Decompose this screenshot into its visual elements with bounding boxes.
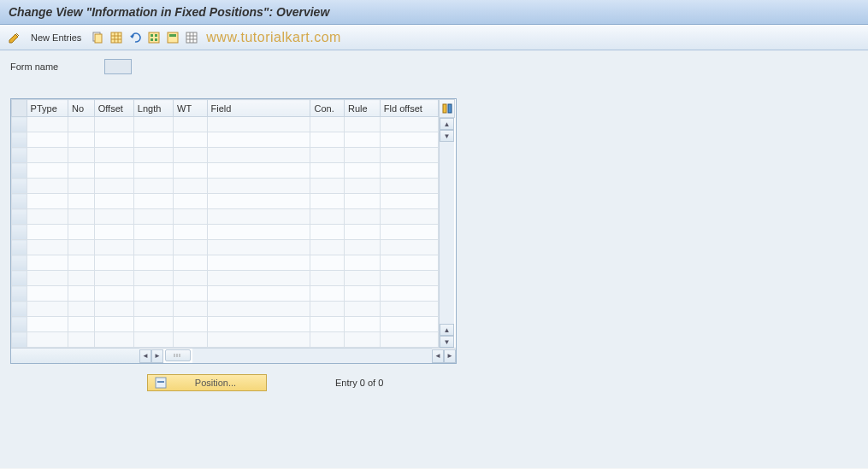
cell-fldoffset[interactable] [380,302,438,317]
row-selector[interactable] [12,332,27,348]
cell-wt[interactable] [174,117,208,132]
cell-offset[interactable] [94,255,133,271]
cell-con[interactable] [310,209,345,225]
cell-field[interactable] [207,209,310,225]
scroll-right-inner-button[interactable]: ► [151,349,163,363]
cell-rule[interactable] [345,332,381,348]
cell-con[interactable] [310,148,345,163]
cell-lngth[interactable] [133,332,173,348]
cell-rule[interactable] [345,271,381,286]
cell-lngth[interactable] [133,179,173,194]
row-selector[interactable] [12,302,27,317]
cell-no[interactable] [68,163,94,179]
cell-offset[interactable] [94,286,133,302]
col-header-wt[interactable]: WT [174,100,208,117]
row-selector[interactable] [12,317,27,332]
cell-lngth[interactable] [133,163,173,179]
cell-wt[interactable] [174,255,208,271]
cell-con[interactable] [310,286,345,302]
cell-field[interactable] [207,179,310,194]
cell-no[interactable] [68,148,94,163]
cell-offset[interactable] [94,179,133,194]
undo-change-icon[interactable] [127,30,143,45]
cell-lngth[interactable] [133,194,173,209]
select-all-icon[interactable] [146,30,162,45]
row-selector[interactable] [12,163,27,179]
col-header-field[interactable]: Field [207,100,310,117]
cell-field[interactable] [207,117,310,132]
cell-fldoffset[interactable] [380,332,438,348]
row-selector[interactable] [12,117,27,132]
cell-lngth[interactable] [133,240,173,255]
cell-no[interactable] [68,302,94,317]
cell-wt[interactable] [174,317,208,332]
cell-field[interactable] [207,255,310,271]
col-header-lngth[interactable]: Lngth [133,100,173,117]
cell-rule[interactable] [345,302,381,317]
cell-con[interactable] [310,117,345,132]
cell-fldoffset[interactable] [380,194,438,209]
cell-field[interactable] [207,225,310,240]
cell-lngth[interactable] [133,255,173,271]
cell-ptype[interactable] [27,302,68,317]
row-selector[interactable] [12,286,27,302]
cell-offset[interactable] [94,317,133,332]
hscroll-track[interactable] [192,349,432,363]
cell-no[interactable] [68,332,94,348]
cell-field[interactable] [207,317,310,332]
cell-con[interactable] [310,302,345,317]
new-entries-button[interactable]: New Entries [26,31,86,44]
cell-lngth[interactable] [133,317,173,332]
cell-no[interactable] [68,179,94,194]
cell-field[interactable] [207,132,310,148]
cell-offset[interactable] [94,148,133,163]
scroll-left-end-button[interactable]: ◄ [432,349,444,363]
cell-no[interactable] [68,240,94,255]
cell-field[interactable] [207,194,310,209]
cell-fldoffset[interactable] [380,148,438,163]
cell-rule[interactable] [345,163,381,179]
row-selector[interactable] [12,255,27,271]
cell-no[interactable] [68,255,94,271]
col-header-offset[interactable]: Offset [94,100,133,117]
cell-rule[interactable] [345,225,381,240]
col-header-con[interactable]: Con. [310,100,345,117]
cell-lngth[interactable] [133,209,173,225]
scroll-down-button-2[interactable]: ▲ [440,324,454,336]
cell-fldoffset[interactable] [380,286,438,302]
cell-wt[interactable] [174,302,208,317]
cell-ptype[interactable] [27,271,68,286]
cell-fldoffset[interactable] [380,240,438,255]
cell-lngth[interactable] [133,148,173,163]
cell-wt[interactable] [174,148,208,163]
row-selector[interactable] [12,179,27,194]
cell-wt[interactable] [174,286,208,302]
vscroll-track[interactable] [440,142,454,324]
cell-wt[interactable] [174,271,208,286]
cell-ptype[interactable] [27,179,68,194]
col-header-fldoffset[interactable]: Fld offset [380,100,438,117]
cell-fldoffset[interactable] [380,225,438,240]
row-selector[interactable] [12,132,27,148]
delete-icon[interactable] [109,30,124,45]
cell-offset[interactable] [94,225,133,240]
hscroll-thumb[interactable] [165,349,191,361]
cell-offset[interactable] [94,209,133,225]
cell-lngth[interactable] [133,225,173,240]
cell-no[interactable] [68,194,94,209]
cell-fldoffset[interactable] [380,117,438,132]
cell-wt[interactable] [174,209,208,225]
cell-no[interactable] [68,209,94,225]
cell-field[interactable] [207,148,310,163]
cell-ptype[interactable] [27,148,68,163]
cell-rule[interactable] [345,132,381,148]
cell-lngth[interactable] [133,286,173,302]
cell-wt[interactable] [174,240,208,255]
cell-no[interactable] [68,317,94,332]
scroll-right-button[interactable]: ► [444,349,456,363]
cell-fldoffset[interactable] [380,317,438,332]
scroll-up-button-2[interactable]: ▼ [440,130,454,142]
cell-rule[interactable] [345,117,381,132]
cell-fldoffset[interactable] [380,255,438,271]
cell-ptype[interactable] [27,194,68,209]
